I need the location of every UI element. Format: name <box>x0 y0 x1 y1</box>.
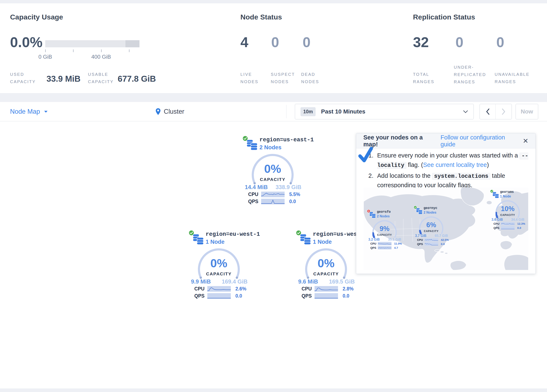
axis-tick-label: 0 GiB <box>35 54 56 60</box>
configuration-guide-link[interactable]: Follow our configuration guide <box>441 134 516 148</box>
cpu-label: CPU <box>493 222 501 225</box>
cpu-sparkline <box>261 192 285 197</box>
capacity-usage-bar <box>45 40 139 47</box>
capacity-caption: CAPACITY <box>495 213 520 217</box>
close-icon[interactable]: ✕ <box>523 138 528 144</box>
locality-node-count: 2 Nodes <box>260 144 281 151</box>
cpu-value: 2.8% <box>343 286 354 292</box>
locality-geo-nyc[interactable]: geo=nyc 2 Nodes 6% CAPACITY 3.7 GiB 65.7… <box>413 206 450 247</box>
live-nodes-label: LIVE NODES <box>240 71 266 85</box>
used-bytes: 3.2 GiB <box>368 238 380 241</box>
capacity-bar-reserved-segment <box>125 40 140 47</box>
cpu-sparkline <box>315 286 338 292</box>
qps-sparkline <box>261 199 285 204</box>
total-bytes: 169.5 GiB <box>329 279 355 285</box>
map-pin-icon <box>155 108 161 115</box>
cluster-summary-bar: Capacity Usage 0.0% 0 GiB 400 GiB USED C… <box>0 3 547 93</box>
step-text: ) <box>487 161 489 168</box>
locality-us-west-1[interactable]: region=us-west-1 1 Node 0% CAPACITY 9.6 … <box>295 229 358 301</box>
database-stack-icon <box>300 234 311 245</box>
cpu-label: CPU <box>417 238 424 241</box>
qps-value: 0.0 <box>517 226 521 229</box>
under-replicated-label: UNDER-REPLICATED RANGES <box>454 64 494 86</box>
database-stack-icon <box>369 212 376 218</box>
capacity-percent: 0% <box>198 256 240 270</box>
time-step-buttons <box>479 104 512 119</box>
qps-label: QPS <box>301 293 315 299</box>
locality-tree-link[interactable]: See current locality tree <box>423 161 487 168</box>
locality-node-count: 2 Nodes <box>377 215 390 218</box>
setup-step-2: 2.Add locations to the system.locations … <box>377 171 530 190</box>
qps-sparkline <box>378 246 391 249</box>
dead-nodes-label: DEAD NODES <box>301 71 326 85</box>
capacity-caption: CAPACITY <box>419 230 443 233</box>
time-step-forward-button[interactable] <box>496 104 512 119</box>
used-bytes: 9.6 MiB <box>298 279 318 285</box>
step-text: Ensure every node in your cluster was st… <box>377 152 520 159</box>
time-range-selector[interactable]: 10m Past 10 Minutes <box>295 104 474 119</box>
view-selector-node-map[interactable]: Node Map <box>10 102 48 121</box>
chevron-down-icon <box>44 110 48 113</box>
qps-value: 0.0 <box>441 242 445 246</box>
toolbar-divider <box>286 105 287 118</box>
locality-node-count: 1 Node <box>206 239 225 245</box>
usable-capacity-label: USABLE CAPACITY <box>88 71 122 85</box>
locality-name: geo=nyc <box>424 206 438 210</box>
time-range-badge: 10m <box>301 107 316 116</box>
cpu-sparkline <box>424 238 438 241</box>
used-bytes: 14.4 MiB <box>245 184 268 191</box>
step-number: 2. <box>368 171 373 180</box>
total-ranges-label: TOTAL RANGES <box>413 71 442 85</box>
used-capacity-value: 33.9 MiB <box>47 74 80 83</box>
capacity-percent: 0% <box>252 162 294 175</box>
cpu-value: 2.6% <box>235 286 246 292</box>
used-bytes: 3.6 GiB <box>492 218 503 221</box>
under-replicated-count: 0 <box>456 34 464 50</box>
axis-tick <box>73 49 74 52</box>
capacity-caption: CAPACITY <box>305 271 347 276</box>
cpu-label: CPU <box>248 192 261 197</box>
capacity-caption: CAPACITY <box>252 177 294 182</box>
now-button[interactable]: Now <box>516 104 538 119</box>
step-text: flag. ( <box>406 161 423 168</box>
chevron-right-icon <box>502 109 506 115</box>
breadcrumb-cluster[interactable]: Cluster <box>155 102 184 121</box>
time-step-back-button[interactable] <box>480 104 496 119</box>
axis-tick-label: 400 GiB <box>89 54 114 60</box>
capacity-caption: CAPACITY <box>198 271 240 276</box>
locality-name: geo=sfo <box>377 210 391 214</box>
map-toolbar: Node Map Cluster 10m Past 10 Minutes <box>0 102 547 121</box>
qps-label: QPS <box>248 199 261 204</box>
locality-node-count: 1 Node <box>313 239 332 245</box>
locality-eu-west-1[interactable]: region=eu-west-1 1 Node 0% CAPACITY 9.9 … <box>188 229 251 301</box>
popup-header: See your nodes on a map! Follow our conf… <box>356 133 535 148</box>
locality-us-east-1[interactable]: region=us-east-1 2 Nodes 0% CAPACITY 14.… <box>242 135 305 206</box>
cpu-value: 42.5% <box>441 238 449 241</box>
cpu-value: 12.3% <box>517 222 525 225</box>
locality-geo-sfo[interactable]: 1 geo=sfo 2 Nodes 9% CAPACITY 3.2 GiB 35… <box>367 209 403 250</box>
axis-tick <box>101 49 102 52</box>
locality-name: geo=ams <box>500 190 514 194</box>
locality-geo-ams[interactable]: geo=ams 1 Node 10% CAPACITY 3.6 GiB 34.4… <box>490 189 526 231</box>
qps-label: QPS <box>194 293 207 299</box>
cpu-sparkline <box>378 242 391 245</box>
cpu-sparkline <box>207 286 231 292</box>
database-stack-icon <box>246 139 258 151</box>
setup-step-1: 1.Ensure every node in your cluster was … <box>377 151 530 170</box>
qps-value: 0.0 <box>235 293 242 299</box>
capacity-caption: CAPACITY <box>372 234 397 236</box>
live-nodes-count: 4 <box>240 34 248 50</box>
usable-capacity-value: 677.8 GiB <box>118 74 156 83</box>
used-bytes: 3.7 GiB <box>415 234 426 238</box>
qps-label: QPS <box>370 246 378 249</box>
locality-name: region=us-east-1 <box>260 137 314 143</box>
qps-sparkline <box>501 226 514 229</box>
qps-label: QPS <box>493 226 501 229</box>
total-bytes: 35.1 GiB <box>388 238 401 241</box>
view-selector-label: Node Map <box>10 108 40 115</box>
step-text: Add locations to the <box>377 172 432 179</box>
total-bytes: 65.7 GiB <box>435 234 448 238</box>
qps-sparkline <box>207 293 231 299</box>
qps-label: QPS <box>417 242 424 246</box>
locality-node-count: 2 Nodes <box>424 211 437 215</box>
